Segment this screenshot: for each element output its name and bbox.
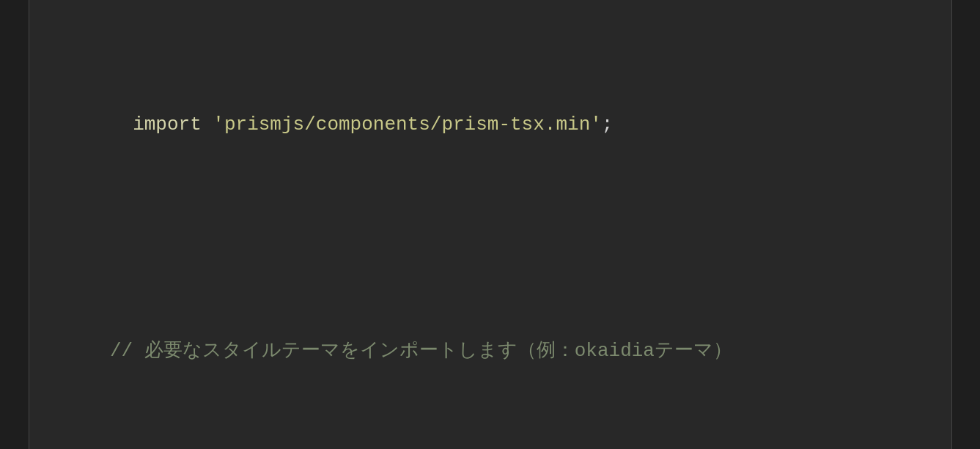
import-keyword-3: import [133, 114, 202, 136]
semi-3: ; [602, 114, 614, 136]
line-4: import 'prismjs/components/prism-tsx.min… [65, 114, 614, 168]
blank-line-1 [65, 270, 916, 303]
line-6-comment: // 必要なスタイルテーマをインポートします（例：okaidiaテーマ） [110, 340, 732, 362]
line-3: import 'prismjs/components/prism-jsx.min… [65, 0, 614, 6]
code-container: // src/prism.ts import * as Prism from '… [29, 0, 952, 449]
prism-tsx-string: 'prismjs/components/prism-tsx.min' [202, 114, 602, 136]
code-block: // src/prism.ts import * as Prism from '… [65, 0, 916, 449]
